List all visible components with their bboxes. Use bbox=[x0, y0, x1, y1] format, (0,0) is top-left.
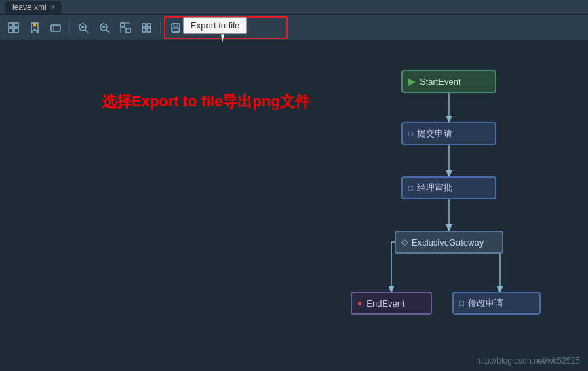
task-revise-node[interactable]: □ 修改申请 bbox=[452, 292, 541, 315]
svg-rect-3 bbox=[14, 28, 18, 33]
toolbar: Export to file bbox=[0, 15, 588, 41]
file-tab[interactable]: leave.xml × bbox=[5, 1, 62, 14]
flow-diagram: ▶ StartEvent □ 提交申请 □ 经理审批 ◇ ExclusiveGa… bbox=[337, 61, 561, 353]
svg-rect-15 bbox=[121, 23, 125, 27]
svg-line-11 bbox=[85, 30, 88, 33]
task-submit-node[interactable]: □ 提交申请 bbox=[401, 122, 496, 145]
start-event-node[interactable]: ▶ StartEvent bbox=[401, 70, 496, 93]
end-label: EndEvent bbox=[366, 298, 404, 309]
save-btn[interactable] bbox=[166, 18, 185, 37]
sep1 bbox=[69, 20, 70, 35]
task-approve-label: 经理审批 bbox=[417, 182, 452, 194]
sep2 bbox=[160, 20, 161, 35]
gateway-label: ExclusiveGateway bbox=[412, 237, 484, 248]
shape-btn[interactable] bbox=[46, 18, 65, 37]
zoom-in-btn[interactable] bbox=[74, 18, 93, 37]
task-submit-label: 提交申请 bbox=[417, 128, 452, 140]
select-tool-btn[interactable] bbox=[4, 18, 23, 37]
export-tooltip: Export to file bbox=[183, 17, 247, 34]
svg-rect-19 bbox=[142, 24, 146, 27]
bookmark-btn[interactable] bbox=[25, 18, 44, 37]
cursor bbox=[222, 34, 230, 46]
gateway-node[interactable]: ◇ ExclusiveGateway bbox=[395, 231, 503, 254]
watermark: http://blog.csdn.net/wk52525 bbox=[476, 356, 580, 366]
task-icon-3: □ bbox=[459, 298, 464, 308]
svg-rect-16 bbox=[126, 28, 130, 33]
end-event-node[interactable]: ● EndEvent bbox=[351, 292, 432, 315]
tooltip-text: Export to file bbox=[191, 20, 239, 31]
start-icon: ▶ bbox=[408, 76, 416, 87]
title-bar: leave.xml × bbox=[0, 0, 588, 15]
svg-rect-2 bbox=[9, 28, 13, 33]
svg-marker-5 bbox=[33, 23, 36, 27]
svg-rect-1 bbox=[14, 23, 18, 27]
task-icon-2: □ bbox=[408, 183, 413, 193]
svg-rect-22 bbox=[147, 28, 151, 32]
zoom-out-btn[interactable] bbox=[95, 18, 114, 37]
canvas-area[interactable]: 选择Export to file导出png文件 ▶ StartEvent bbox=[0, 41, 588, 371]
gateway-icon: ◇ bbox=[401, 237, 408, 247]
end-icon: ● bbox=[357, 298, 362, 308]
task-icon-1: □ bbox=[408, 129, 413, 138]
svg-rect-23 bbox=[172, 24, 180, 32]
tab-label: leave.xml bbox=[12, 3, 47, 12]
task-revise-label: 修改申请 bbox=[468, 297, 503, 309]
grid-btn[interactable] bbox=[137, 18, 156, 37]
start-label: StartEvent bbox=[420, 77, 461, 87]
fit-btn[interactable] bbox=[116, 18, 135, 37]
instruction-text: 选择Export to file导出png文件 bbox=[102, 92, 310, 112]
svg-rect-0 bbox=[9, 23, 13, 27]
svg-rect-20 bbox=[147, 24, 151, 27]
svg-rect-6 bbox=[51, 25, 60, 31]
svg-line-14 bbox=[106, 30, 109, 33]
tab-close-btn[interactable]: × bbox=[51, 3, 55, 11]
task-approve-node[interactable]: □ 经理审批 bbox=[401, 176, 496, 199]
svg-rect-21 bbox=[142, 28, 146, 32]
